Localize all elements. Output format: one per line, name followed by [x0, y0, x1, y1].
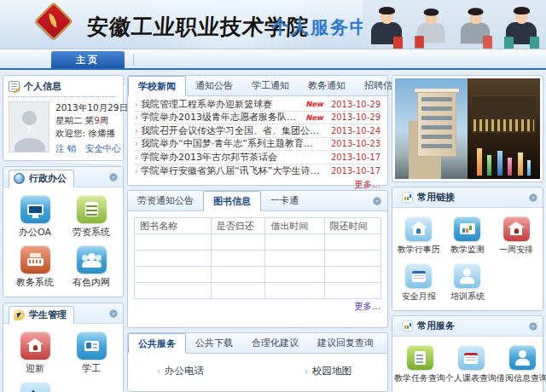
link-teaching-monitor[interactable]: 教学监测 — [443, 215, 491, 262]
globe-icon — [14, 173, 25, 184]
tile-intranet[interactable]: 有色内网 — [63, 243, 119, 293]
student-mgmt-title: 学生管理 — [29, 308, 67, 321]
admin-office-title: 行政办公 — [29, 172, 67, 185]
student-figure — [457, 10, 493, 49]
col-book-name: 图书名称 — [135, 218, 212, 234]
library-table: 图书名称 是否归还 借出时间 限还时间 — [134, 217, 381, 299]
tab-notices[interactable]: 通知公告 — [186, 76, 242, 95]
tab-campus-card[interactable]: 一卡通 — [261, 191, 308, 210]
profile-header: 个人信息 — [9, 80, 118, 97]
bullet-icon: › — [305, 366, 308, 376]
service-borrow-info-query[interactable]: 借阅信息查询 — [497, 343, 546, 390]
gear-icon[interactable] — [109, 309, 118, 318]
library-panel: 劳资通知公告 图书信息 一卡通 图书名称 是否归还 借出时间 限还时间 更多..… — [127, 190, 388, 328]
gear-icon[interactable] — [109, 173, 118, 182]
bullet-icon: › — [135, 100, 138, 109]
profile-title: 个人信息 — [24, 80, 61, 93]
profile-date: 2013年10月29日 — [55, 101, 128, 114]
security-center-link[interactable]: 安全中心 — [85, 143, 121, 153]
link-teaching-calendar[interactable]: 教学行事历 — [394, 215, 443, 262]
student-figure — [368, 9, 405, 49]
tile-office-oa[interactable]: 办公OA — [7, 193, 63, 243]
tile-payroll-system[interactable]: 劳资系统 — [63, 193, 119, 243]
bullet-icon: › — [135, 112, 138, 122]
quick-services-header: 常用服务 — [392, 316, 543, 337]
col-returned: 是否归还 — [211, 218, 265, 234]
quick-services-title: 常用服务 — [417, 320, 455, 332]
logout-link[interactable]: 注 销 — [55, 143, 76, 153]
public-service-tabs: 公共服务 公共下载 合理化建议 建议回复查询 — [128, 333, 387, 354]
news-item[interactable]: ›我院举办“中国梦·青年志”系列主题教育...2013-10-23 — [135, 138, 380, 152]
news-item[interactable]: ›我院召开会议传达学习全国、省、集团公司宣传思想工作...2013-10-24 — [135, 124, 380, 138]
campus-photo-night — [468, 78, 540, 179]
campus-photo — [395, 78, 540, 179]
school-logo-icon — [34, 2, 73, 40]
news-item[interactable]: ›学院举行安徽省第八届“讯飞杯”大学生诗文朗诵比赛预...2013-10-17 — [135, 164, 380, 178]
table-row — [135, 283, 381, 299]
news-item[interactable]: ›我院管理工程系举办迎新篮球赛New2013-10-29 — [135, 98, 380, 112]
library-more-link[interactable]: 更多... — [128, 299, 387, 314]
news-panel: 学校新闻 通知公告 学工通知 教务通知 招聘信息 ›我院管理工程系举办迎新篮球赛… — [127, 75, 388, 186]
avatar-placeholder: ? — [9, 124, 49, 135]
new-badge: New — [305, 113, 323, 122]
public-service-panel: 公共服务 公共下载 合理化建议 建议回复查询 ›办公电话 ›校园地图 — [127, 332, 388, 392]
tab-library-info[interactable]: 图书信息 — [203, 191, 261, 211]
bullet-icon: › — [135, 139, 138, 148]
tab-suggestion-reply[interactable]: 建议回复查询 — [308, 333, 383, 353]
tab-home[interactable]: 主页 — [51, 51, 125, 68]
bullet-icon: › — [135, 153, 138, 162]
table-row — [135, 251, 381, 267]
tab-public-download[interactable]: 公共下载 — [186, 333, 242, 353]
table-row — [135, 234, 381, 251]
tab-academic-notices[interactable]: 教务通知 — [299, 76, 355, 95]
logo-flame-icon — [49, 14, 56, 27]
campus-photo-panel — [392, 75, 543, 182]
tab-separator — [133, 54, 134, 66]
profile-greeting: 欢迎您: 徐燔播 — [55, 127, 128, 140]
col-borrow-time: 借出时间 — [265, 218, 324, 234]
bullet-icon: › — [135, 126, 138, 135]
tab-payroll-notices[interactable]: 劳资通知公告 — [128, 191, 203, 210]
quick-links-panel: 常用链接 教学行事历 教学监测 一周安排 安全月报 培训系统 — [392, 187, 543, 311]
gear-icon[interactable] — [529, 193, 537, 202]
tab-suggestion[interactable]: 合理化建议 — [242, 333, 308, 353]
profile-panel: 个人信息 ? 2013年10月29日 星期二 第9周 欢迎您: 徐燔播 注 销 … — [3, 75, 124, 161]
col-due-time: 限还时间 — [324, 218, 380, 234]
service-teaching-task-query[interactable]: 教学任务查询 — [394, 343, 445, 390]
chart-icon — [402, 192, 413, 203]
link-training-system[interactable]: 培训系统 — [443, 262, 491, 308]
top-banner: 安徽工业职业技术学院 个人服务中心 — [0, 0, 546, 49]
students-photo — [363, 0, 546, 49]
admin-office-panel: 行政办公 办公OA 劳资系统 教务系统 有色内网 — [3, 166, 124, 297]
tab-public-service[interactable]: 公共服务 — [128, 333, 186, 354]
campus-photo-day — [395, 78, 468, 179]
notepad-icon — [9, 81, 20, 92]
link-weekly-schedule[interactable]: 一周安排 — [492, 215, 541, 262]
quick-links-title: 常用链接 — [417, 191, 455, 204]
gear-icon[interactable] — [373, 197, 381, 205]
bullet-icon: › — [157, 366, 160, 376]
bullet-icon: › — [135, 166, 138, 176]
service-timetable-query[interactable]: 个人课表查询 — [445, 343, 497, 390]
student-figure — [414, 11, 448, 48]
tab-student-notices[interactable]: 学工通知 — [242, 76, 299, 95]
new-badge: New — [305, 100, 323, 108]
link-safety-report[interactable]: 安全月报 — [394, 262, 443, 308]
avatar: ? — [9, 101, 49, 153]
gear-icon[interactable] — [529, 322, 537, 331]
tile-student-affairs[interactable]: 学工 — [63, 329, 119, 379]
tile-freshman-welcome[interactable]: 迎新 — [7, 329, 63, 379]
library-tabs: 劳资通知公告 图书信息 一卡通 — [128, 191, 387, 211]
student-mgmt-panel: 学生管理 迎新 学工 离校 — [3, 303, 124, 392]
tile-graduation-leave[interactable]: 离校 — [7, 379, 63, 392]
fountain-lights — [474, 145, 537, 176]
profile-weekday: 星期二 第9周 — [55, 114, 128, 127]
news-item[interactable]: ›学院举办2013年古尔邦节茶话会2013-10-17 — [135, 151, 380, 164]
main-nav: 主页 — [0, 49, 546, 70]
office-phone-link[interactable]: ›办公电话 — [157, 365, 204, 378]
quick-services-panel: 常用服务 教学任务查询 个人课表查询 借阅信息查询 — [392, 315, 543, 392]
tab-school-news[interactable]: 学校新闻 — [128, 76, 186, 96]
campus-map-link[interactable]: ›校园地图 — [305, 365, 351, 378]
news-item[interactable]: ›学院举办2013级青年志愿者服务队成立大会New2013-10-29 — [135, 112, 380, 125]
tile-academic-system[interactable]: 教务系统 — [7, 243, 63, 293]
